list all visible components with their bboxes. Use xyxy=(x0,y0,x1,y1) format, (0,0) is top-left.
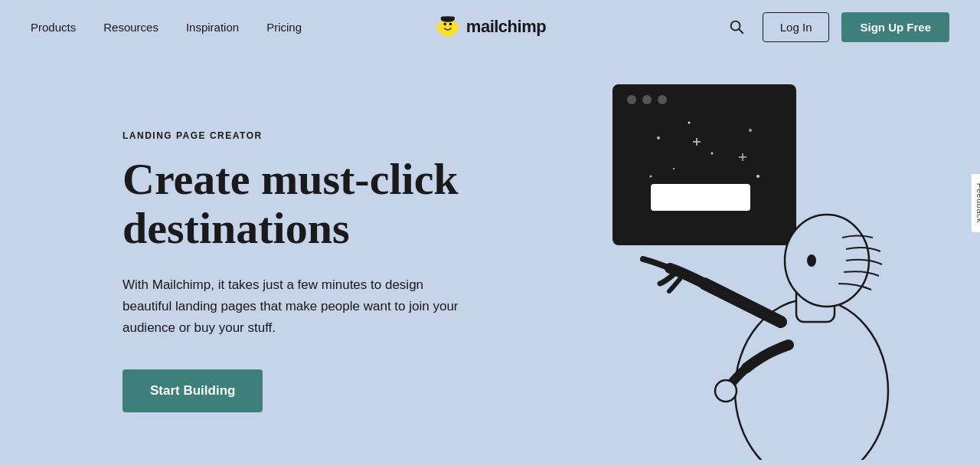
search-button[interactable] xyxy=(723,13,750,41)
hero-section: LANDING PAGE CREATOR Create must-click d… xyxy=(0,54,980,466)
login-button[interactable]: Log In xyxy=(763,12,830,42)
svg-point-15 xyxy=(688,122,691,124)
svg-point-11 xyxy=(627,95,636,104)
svg-point-23 xyxy=(735,299,888,460)
svg-line-9 xyxy=(739,29,743,33)
svg-point-5 xyxy=(449,23,452,26)
svg-point-27 xyxy=(715,380,737,402)
svg-point-17 xyxy=(749,129,752,132)
nav-link-pricing[interactable]: Pricing xyxy=(266,21,302,34)
svg-point-12 xyxy=(642,95,652,104)
logo-text: mailchimp xyxy=(466,17,546,37)
svg-point-4 xyxy=(443,23,446,26)
search-icon xyxy=(728,18,745,35)
feedback-container: Feedback xyxy=(920,225,980,242)
mailchimp-logo-icon xyxy=(434,13,462,41)
start-building-button[interactable]: Start Building xyxy=(122,369,263,412)
svg-rect-10 xyxy=(612,84,796,245)
svg-point-18 xyxy=(650,176,652,178)
nav-left: Products Resources Inspiration Pricing xyxy=(31,21,302,34)
hero-label: LANDING PAGE CREATOR xyxy=(122,130,490,141)
feedback-tab[interactable]: Feedback xyxy=(972,173,981,233)
svg-point-19 xyxy=(756,175,760,178)
nav-link-products[interactable]: Products xyxy=(31,21,76,34)
svg-point-26 xyxy=(807,254,816,267)
nav-link-resources[interactable]: Resources xyxy=(103,21,158,34)
svg-point-2 xyxy=(436,24,442,31)
svg-point-14 xyxy=(657,136,660,139)
svg-rect-22 xyxy=(651,184,750,211)
navbar: Products Resources Inspiration Pricing m… xyxy=(0,0,980,54)
signup-button[interactable]: Sign Up Free xyxy=(841,12,949,42)
svg-point-3 xyxy=(453,24,459,31)
svg-point-16 xyxy=(711,153,714,155)
nav-right: Log In Sign Up Free xyxy=(723,12,949,42)
svg-point-13 xyxy=(658,95,667,104)
hero-title: Create must-click destinations xyxy=(122,155,490,253)
hero-description: With Mailchimp, it takes just a few minu… xyxy=(122,274,459,339)
svg-point-25 xyxy=(785,215,869,307)
svg-point-21 xyxy=(673,168,675,169)
hero-illustration xyxy=(521,61,919,460)
nav-link-inspiration[interactable]: Inspiration xyxy=(186,21,239,34)
hero-content: LANDING PAGE CREATOR Create must-click d… xyxy=(122,100,490,412)
svg-rect-7 xyxy=(441,17,455,21)
logo[interactable]: mailchimp xyxy=(434,13,546,41)
